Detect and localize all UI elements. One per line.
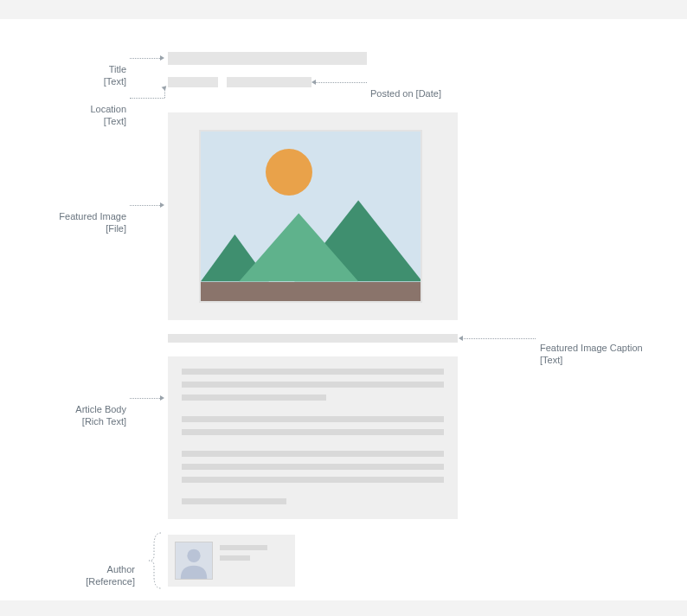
leader-title	[130, 58, 160, 59]
field-article-body-placeholder	[168, 356, 458, 519]
body-line	[182, 498, 286, 504]
body-line	[182, 395, 326, 401]
label-featured-caption-type: [Text]	[540, 355, 562, 365]
field-author-placeholder	[168, 535, 295, 587]
body-line	[182, 477, 444, 483]
label-author: Author [Reference]	[66, 552, 135, 600]
label-posted-on-text: Posted on [Date]	[370, 88, 441, 99]
mountains-icon	[201, 187, 421, 282]
field-featured-caption-placeholder	[168, 334, 458, 343]
svg-point-3	[187, 549, 200, 562]
label-author-text: Author	[107, 564, 135, 574]
label-location-text: Location	[90, 104, 126, 114]
leader-location-h	[130, 98, 164, 99]
avatar-icon	[175, 542, 213, 580]
label-featured-caption: Featured Image Caption [Text]	[540, 330, 643, 366]
label-featured-image: Featured Image [File]	[40, 199, 126, 247]
body-line	[182, 369, 444, 375]
body-line	[182, 429, 444, 435]
field-title-placeholder	[168, 52, 367, 65]
body-line	[182, 416, 444, 422]
label-featured-image-type: [File]	[40, 223, 126, 235]
label-posted-on: Posted on [Date]	[370, 76, 441, 100]
label-location-type: [Text]	[66, 116, 126, 128]
label-author-type: [Reference]	[66, 576, 135, 588]
label-featured-image-text: Featured Image	[59, 211, 126, 221]
arrow-article-body	[160, 395, 164, 401]
leader-featured-image	[130, 205, 160, 206]
field-posted-on-placeholder	[227, 77, 311, 87]
label-title-text: Title	[109, 64, 126, 74]
bottom-background-strip	[0, 600, 687, 616]
label-featured-caption-text: Featured Image Caption	[540, 343, 643, 353]
arrow-featured-image	[160, 202, 164, 208]
label-article-body: Article Body [Rich Text]	[48, 392, 126, 440]
label-article-body-type: [Rich Text]	[48, 416, 126, 428]
body-line	[182, 464, 444, 470]
arrow-title	[160, 55, 164, 61]
label-location: Location [Text]	[66, 92, 126, 139]
author-line	[220, 545, 267, 550]
top-background-strip	[0, 0, 687, 19]
ground	[201, 282, 421, 301]
arrow-posted-on	[311, 80, 316, 85]
field-location-placeholder	[168, 77, 218, 87]
field-featured-image-placeholder	[168, 112, 458, 320]
body-line	[182, 451, 444, 457]
arrow-featured-caption	[459, 336, 463, 341]
label-article-body-text: Article Body	[75, 404, 126, 414]
author-line	[220, 555, 250, 561]
brace-author	[145, 531, 163, 590]
featured-image-illustration	[199, 130, 422, 303]
body-line	[182, 382, 444, 388]
leader-article-body	[130, 398, 160, 399]
author-meta-lines	[220, 542, 288, 580]
leader-posted-on	[315, 82, 367, 83]
leader-featured-caption	[462, 338, 536, 339]
label-title-type: [Text]	[74, 76, 126, 88]
